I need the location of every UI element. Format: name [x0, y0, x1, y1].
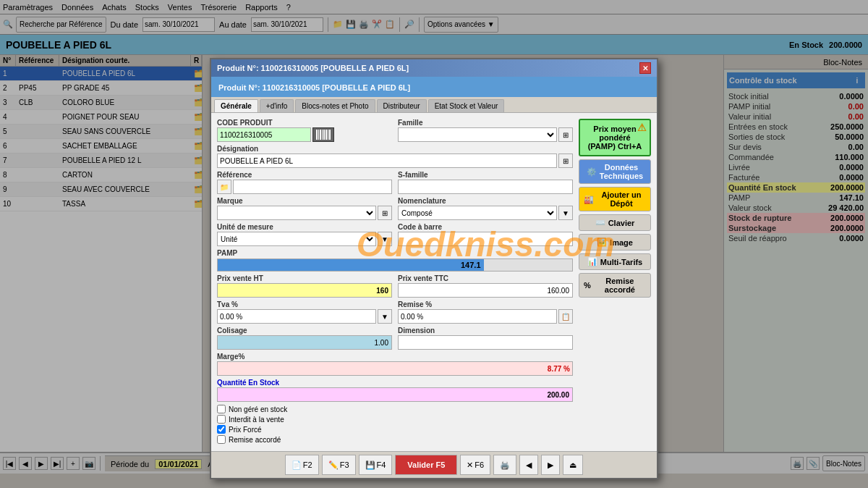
- data-techniques-btn[interactable]: ⚙️ DonnéesTechniques: [579, 159, 651, 184]
- famille-label: Famille: [398, 119, 573, 127]
- famille-btn[interactable]: ⊞: [558, 127, 573, 142]
- codebarre-section: Code à barre: [398, 223, 573, 246]
- tva-label: Tva %: [217, 300, 392, 308]
- ref-sfamille-row: Référence 📁 S-famille: [217, 171, 573, 194]
- nomenclature-btn[interactable]: ▼: [558, 206, 573, 220]
- clavier-label: Clavier: [608, 219, 635, 227]
- depot-label: Ajouter un Dépôt: [597, 190, 646, 208]
- modal-title-bar: Produit N°: 1100216310005 [POUBELLE A PI…: [211, 59, 657, 77]
- barcode-btn[interactable]: [312, 127, 334, 142]
- image-icon: 🖼️: [597, 237, 607, 247]
- code-produit-label: CODE PRODUIT: [217, 119, 392, 127]
- f2-btn[interactable]: 📄 F2: [285, 455, 319, 475]
- image-btn[interactable]: 🖼️ Image: [579, 234, 651, 251]
- depot-icon: 🏭: [584, 195, 594, 204]
- qty-input[interactable]: [217, 387, 573, 402]
- pamp-bar-container: 147.1: [217, 258, 573, 272]
- code-field-row: [217, 127, 392, 142]
- f6-label: F6: [475, 460, 484, 469]
- pamp-btn[interactable]: ⚠ Prix moyen pondéré(PAMP) Ctrl+A: [579, 119, 651, 156]
- colisage-input[interactable]: [217, 335, 392, 350]
- marge-input[interactable]: [217, 361, 573, 376]
- valider-btn[interactable]: Valider F5: [395, 455, 457, 475]
- colisage-label: Colisage: [217, 327, 392, 335]
- qty-section: Quantité En Stock: [217, 379, 573, 402]
- modal-close-btn[interactable]: ✕: [639, 62, 651, 74]
- remise-input[interactable]: [398, 309, 557, 324]
- designation-field-row: ⊞: [217, 153, 573, 168]
- interdit-checkbox[interactable]: [217, 415, 226, 424]
- marque-select[interactable]: [217, 206, 376, 220]
- prix-ttc-section: Prix vente TTC: [398, 274, 573, 298]
- reference-input[interactable]: [233, 180, 392, 194]
- marque-btn[interactable]: ⊞: [378, 206, 392, 220]
- famille-select[interactable]: [398, 127, 557, 142]
- prix-ht-label: Prix vente HT: [217, 274, 392, 282]
- dimension-label: Dimension: [398, 327, 573, 335]
- prix-ttc-input[interactable]: [398, 283, 573, 298]
- non-gere-checkbox[interactable]: [217, 405, 226, 413]
- tab-dinfo[interactable]: +d'info: [260, 99, 294, 112]
- designation-input[interactable]: [217, 153, 557, 168]
- unite-dropdown[interactable]: ▼: [378, 232, 392, 246]
- non-gere-row: Non géré en stock: [217, 405, 573, 413]
- tab-etat-stock[interactable]: Etat Stock et Valeur: [428, 99, 505, 112]
- multi-label: Multi-Tarifs: [600, 258, 642, 266]
- tab-blocs[interactable]: Blocs-notes et Photo: [295, 99, 375, 112]
- nomenclature-label: Nomenclature: [398, 197, 573, 205]
- reference-icon-btn[interactable]: 📁: [217, 180, 231, 194]
- tab-generale[interactable]: Générale: [214, 99, 258, 112]
- ajouter-depot-btn[interactable]: 🏭 Ajouter un Dépôt: [579, 187, 651, 211]
- clavier-icon: ⌨️: [595, 218, 605, 227]
- remise-section: Remise % 📋: [398, 300, 573, 324]
- nav-prev-footer[interactable]: ◀: [519, 455, 538, 475]
- prix-force-checkbox[interactable]: [217, 425, 226, 434]
- code-section: CODE PRODUIT: [217, 119, 392, 142]
- print-footer-btn[interactable]: 🖨️: [493, 455, 516, 475]
- f6-btn[interactable]: ✕ F6: [460, 455, 490, 475]
- pamp-section: PAMP 147.1: [217, 249, 573, 272]
- remise-accordee-checkbox[interactable]: [217, 435, 226, 444]
- tva-dropdown[interactable]: ▼: [378, 309, 392, 324]
- gear-icon: ⚙️: [587, 167, 597, 177]
- designation-btn[interactable]: ⊞: [558, 153, 573, 168]
- remise-field-row: 📋: [398, 309, 573, 324]
- marque-nomenclature-row: Marque ⊞ Nomenclature Composé ▼: [217, 197, 573, 220]
- f4-btn[interactable]: 💾 F4: [359, 455, 393, 475]
- multi-tarifs-btn[interactable]: 📊 Multi-Tarifs: [579, 253, 651, 270]
- marge-section: Marge%: [217, 353, 573, 376]
- prix-ht-input[interactable]: [217, 283, 392, 298]
- nav-next-footer[interactable]: ▶: [541, 455, 560, 475]
- exit-icon: ⏏: [569, 460, 576, 470]
- remise-copy-btn[interactable]: 📋: [558, 309, 573, 324]
- marque-field-row: ⊞: [217, 206, 392, 220]
- dimension-input[interactable]: [398, 335, 573, 350]
- prix-ttc-label: Prix vente TTC: [398, 274, 573, 282]
- nomenclature-select[interactable]: Composé: [398, 206, 557, 220]
- marque-section: Marque ⊞: [217, 197, 392, 220]
- clavier-btn[interactable]: ⌨️ Clavier: [579, 214, 651, 231]
- data-techniques-label: DonnéesTechniques: [600, 163, 643, 180]
- remise-btn[interactable]: % Remise accordé: [579, 273, 651, 298]
- tva-input[interactable]: [217, 309, 376, 324]
- pamp-bar: 147.1: [218, 259, 484, 271]
- unite-codebarre-row: Unité de mesure Unité ▼ Code à barre: [217, 223, 573, 246]
- reference-field-row: 📁: [217, 180, 392, 194]
- non-gere-label: Non géré en stock: [229, 405, 287, 413]
- unite-select[interactable]: Unité: [217, 232, 376, 246]
- modal-footer: 📄 F2 ✏️ F3 💾 F4 Valider F5 ✕ F6 🖨️ ◀ ▶ ⏏: [211, 451, 657, 478]
- codebarre-input[interactable]: [398, 232, 573, 246]
- save-icon: 💾: [365, 460, 375, 470]
- barcode-icon: [316, 130, 331, 140]
- valider-label: Valider F5: [407, 460, 445, 469]
- code-produit-input[interactable]: [217, 127, 311, 142]
- f3-btn[interactable]: ✏️ F3: [322, 455, 356, 475]
- sfamille-input[interactable]: [398, 180, 573, 194]
- modal-body: CODE PRODUIT Famille ⊞: [211, 113, 657, 451]
- modal-right-buttons: ⚠ Prix moyen pondéré(PAMP) Ctrl+A ⚙️ Don…: [579, 119, 651, 445]
- remise-icon: %: [584, 281, 591, 290]
- f2-label: F2: [303, 460, 312, 469]
- pencil-icon: ✏️: [328, 460, 339, 470]
- exit-footer-btn[interactable]: ⏏: [563, 455, 583, 475]
- tab-distributeur[interactable]: Distributeur: [377, 99, 427, 112]
